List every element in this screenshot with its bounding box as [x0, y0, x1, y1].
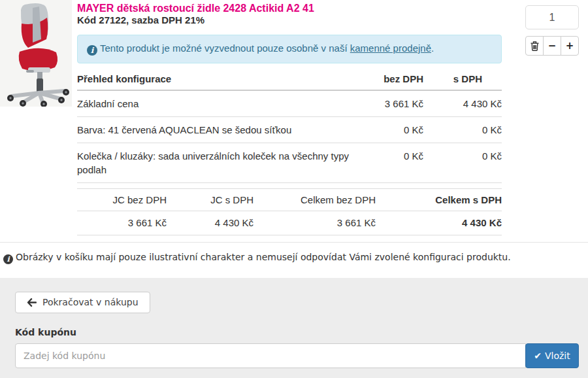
- quantity-input[interactable]: [525, 5, 579, 29]
- product-title-link[interactable]: MAYER dětská rostoucí židle 2428 Actikid…: [77, 2, 502, 14]
- summary-header-unit-excl: JC bez DPH: [77, 189, 167, 211]
- continue-shopping-button[interactable]: Pokračovat v nákupu: [15, 292, 150, 313]
- config-item-price-incl: 0 Kč: [442, 143, 502, 183]
- product-detail: MAYER dětská rostoucí židle 2428 Actikid…: [77, 0, 502, 235]
- config-item-label: Základní cena: [77, 90, 383, 117]
- minus-icon: −: [548, 40, 557, 52]
- summary-header-unit-incl: JC s DPH: [167, 189, 253, 211]
- config-table-title: Přehled konfigurace: [77, 69, 383, 90]
- table-row: 3 661 Kč 4 430 Kč 3 661 Kč 4 430 Kč: [77, 211, 502, 235]
- chair-illustration: [0, 0, 72, 107]
- summary-header-total-excl: Celkem bez DPH: [253, 189, 376, 211]
- config-item-label: Barva: 41 červená AQUACLEAN se šedou síť…: [77, 117, 383, 143]
- coupon-input-group: ✔ Vložit: [15, 343, 579, 368]
- remove-item-button[interactable]: [525, 36, 544, 56]
- config-item-label: Kolečka / kluzáky: sada univerzálních ko…: [77, 143, 383, 183]
- product-code: Kód 27122, sazba DPH 21%: [77, 14, 502, 26]
- trash-icon: [531, 41, 539, 51]
- price-summary-table: JC bez DPH JC s DPH Celkem bez DPH Celke…: [77, 188, 502, 235]
- cart-footer: Pokračovat v nákupu Kód kupónu ✔ Vložit: [0, 278, 588, 378]
- table-row: Kolečka / kluzáky: sada univerzálních ko…: [77, 143, 502, 183]
- quantity-button-group: − +: [525, 36, 579, 56]
- product-image[interactable]: [0, 0, 72, 107]
- pickup-notice-banner: iTento produkt je možné vyzvednout pouze…: [77, 35, 502, 63]
- continue-shopping-label: Pokračovat v nákupu: [42, 297, 139, 307]
- coupon-code-label: Kód kupónu: [15, 327, 579, 337]
- config-item-price-excl: 0 Kč: [383, 143, 442, 183]
- arrow-left-icon: [27, 298, 37, 307]
- increase-quantity-button[interactable]: +: [561, 36, 579, 56]
- decrease-quantity-button[interactable]: −: [543, 36, 561, 56]
- section-divider: [0, 242, 588, 243]
- quantity-controls: − +: [525, 5, 579, 56]
- apply-coupon-button[interactable]: ✔ Vložit: [525, 343, 579, 368]
- summary-value-total-excl: 3 661 Kč: [253, 211, 376, 235]
- configuration-table: Přehled konfigurace bez DPH s DPH Základ…: [77, 69, 502, 183]
- table-row: Základní cena 3 661 Kč 4 430 Kč: [77, 90, 502, 117]
- check-icon: ✔: [534, 351, 542, 361]
- cart-disclaimer-text: Obrázky v košíku mají pouze ilustrativní…: [16, 252, 511, 262]
- pickup-notice-period: .: [431, 43, 434, 54]
- summary-value-total-incl: 4 430 Kč: [376, 211, 502, 235]
- summary-value-unit-incl: 4 430 Kč: [167, 211, 253, 235]
- info-icon: i: [87, 45, 97, 56]
- config-item-price-incl: 4 430 Kč: [442, 90, 502, 117]
- config-item-price-excl: 3 661 Kč: [383, 90, 442, 117]
- store-link[interactable]: kamenné prodejně: [350, 43, 431, 54]
- summary-value-unit-excl: 3 661 Kč: [77, 211, 167, 235]
- plus-icon: +: [566, 40, 574, 52]
- cart-disclaimer: iObrázky v košíku mají pouze ilustrativn…: [3, 252, 585, 264]
- coupon-code-input[interactable]: [15, 343, 526, 368]
- column-header-incl-vat: s DPH: [442, 69, 502, 90]
- config-item-price-incl: 0 Kč: [442, 117, 502, 143]
- summary-header-total-incl: Celkem s DPH: [376, 189, 502, 211]
- apply-coupon-label: Vložit: [545, 351, 570, 361]
- info-icon: i: [3, 254, 13, 264]
- config-item-price-excl: 0 Kč: [383, 117, 442, 143]
- cart-page: MAYER dětská rostoucí židle 2428 Actikid…: [0, 0, 588, 378]
- column-header-excl-vat: bez DPH: [383, 69, 442, 90]
- table-row: Barva: 41 červená AQUACLEAN se šedou síť…: [77, 117, 502, 143]
- pickup-notice-text: Tento produkt je možné vyzvednout pouze …: [100, 43, 350, 54]
